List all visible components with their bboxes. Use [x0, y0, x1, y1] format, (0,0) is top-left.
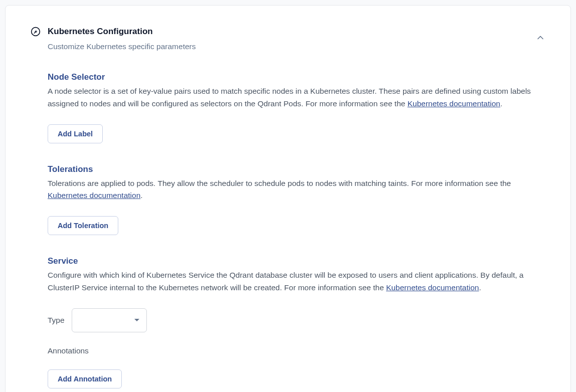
node-selector-doc-link[interactable]: Kubernetes documentation	[408, 99, 500, 108]
node-selector-title: Node Selector	[48, 72, 545, 82]
header-text: Kubernetes Configuration Customize Kuber…	[48, 26, 196, 52]
card-header: Kubernetes Configuration Customize Kuber…	[31, 26, 545, 52]
tolerations-desc: Tolerations are applied to pods. They al…	[48, 177, 545, 203]
dropdown-arrow-icon	[134, 319, 139, 321]
service-type-row: Type	[48, 308, 545, 332]
tolerations-desc-end: .	[140, 191, 142, 200]
service-type-select[interactable]	[72, 308, 147, 332]
header-left: Kubernetes Configuration Customize Kuber…	[31, 26, 196, 52]
card-body: Node Selector A node selector is a set o…	[31, 72, 545, 388]
node-selector-desc-end: .	[500, 99, 502, 108]
node-selector-desc: A node selector is a set of key-value pa…	[48, 85, 545, 110]
service-type-label: Type	[48, 316, 65, 325]
wrench-icon	[31, 27, 41, 37]
page-subtitle: Customize Kubernetes specific parameters	[48, 41, 196, 52]
tolerations-desc-text: Tolerations are applied to pods. They al…	[48, 179, 511, 187]
add-annotation-button[interactable]: Add Annotation	[48, 369, 122, 388]
page-title: Kubernetes Configuration	[48, 26, 196, 38]
add-label-button[interactable]: Add Label	[48, 124, 103, 143]
add-toleration-button[interactable]: Add Toleration	[48, 216, 118, 235]
service-desc-end: .	[479, 283, 481, 292]
chevron-up-icon[interactable]	[535, 33, 545, 43]
tolerations-doc-link[interactable]: Kubernetes documentation	[48, 191, 140, 200]
tolerations-section: Tolerations Tolerations are applied to p…	[48, 164, 545, 236]
service-desc: Configure with which kind of Kubernetes …	[48, 269, 545, 294]
service-section: Service Configure with which kind of Kub…	[48, 256, 545, 388]
kubernetes-config-card: Kubernetes Configuration Customize Kuber…	[5, 5, 571, 392]
service-doc-link[interactable]: Kubernetes documentation	[386, 283, 479, 292]
service-title: Service	[48, 256, 545, 266]
tolerations-title: Tolerations	[48, 164, 545, 174]
annotations-label: Annotations	[48, 346, 545, 355]
node-selector-section: Node Selector A node selector is a set o…	[48, 72, 545, 143]
